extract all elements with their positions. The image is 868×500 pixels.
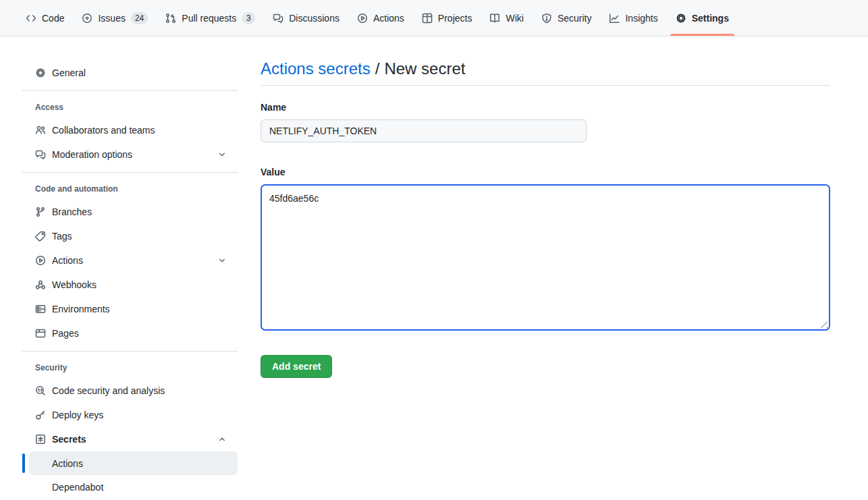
- sidebar-item-pages[interactable]: Pages: [22, 321, 238, 345]
- sidebar-item-moderation-options[interactable]: Moderation options: [22, 142, 238, 167]
- settings-sidebar: General Access Collaborators and teams M…: [22, 36, 238, 499]
- page-title: Actions secrets/New secret: [261, 59, 830, 79]
- sidebar-section-code-and-automation: Code and automation: [22, 178, 238, 200]
- sidebar-item-general[interactable]: General: [22, 61, 238, 85]
- tab-label: Pull requests: [182, 13, 236, 24]
- tab-label: Settings: [692, 13, 729, 24]
- issue-opened-icon: [82, 13, 92, 24]
- play-icon: [357, 13, 368, 24]
- tab-label: Actions: [373, 13, 404, 24]
- tab-projects[interactable]: Projects: [415, 0, 479, 36]
- chevron-up-icon: [218, 435, 226, 443]
- tab-security[interactable]: Security: [535, 0, 599, 36]
- tab-discussions[interactable]: Discussions: [266, 0, 346, 36]
- tab-label: Security: [558, 13, 592, 24]
- people-icon: [35, 125, 46, 136]
- sidebar-item-webhooks[interactable]: Webhooks: [22, 273, 238, 297]
- sidebar-item-environments[interactable]: Environments: [22, 297, 238, 321]
- tab-code[interactable]: Code: [19, 0, 71, 36]
- sidebar-section-security: Security: [22, 357, 238, 379]
- value-field-label: Value: [261, 167, 830, 177]
- actions-secrets-breadcrumb-link[interactable]: Actions secrets: [261, 59, 371, 78]
- browser-icon: [35, 328, 46, 339]
- secret-value-textarea[interactable]: 45fd6ae56c: [261, 184, 830, 331]
- tab-label: Projects: [438, 13, 472, 24]
- gear-icon: [35, 67, 46, 78]
- gear-icon: [676, 13, 686, 24]
- secret-name-input[interactable]: [261, 119, 587, 142]
- tab-label: Discussions: [289, 13, 340, 24]
- sidebar-divider: [22, 351, 238, 352]
- add-secret-button[interactable]: Add secret: [261, 355, 332, 378]
- sidebar-item-tags[interactable]: Tags: [22, 224, 238, 248]
- repo-tab-bar: Code Issues 24 Pull requests 3 Discussio…: [0, 0, 868, 36]
- tab-insights[interactable]: Insights: [602, 0, 664, 36]
- server-icon: [35, 304, 46, 314]
- pull-requests-count-badge: 3: [242, 12, 255, 24]
- breadcrumb-current: New secret: [384, 59, 465, 78]
- sidebar-subitem-secrets-dependabot[interactable]: Dependabot: [29, 475, 238, 499]
- sidebar-item-actions[interactable]: Actions: [22, 248, 238, 273]
- tab-label: Wiki: [506, 13, 523, 24]
- sidebar-item-code-security[interactable]: Code security and analysis: [22, 379, 238, 403]
- codescan-icon: [35, 385, 46, 396]
- book-icon: [489, 13, 500, 24]
- tab-label: Code: [42, 13, 64, 24]
- name-field-label: Name: [261, 102, 830, 113]
- sidebar-item-branches[interactable]: Branches: [22, 200, 238, 224]
- git-pull-request-icon: [165, 13, 176, 24]
- sidebar-item-secrets[interactable]: Secrets: [22, 427, 238, 451]
- breadcrumb-separator: /: [375, 59, 380, 78]
- tab-label: Issues: [98, 13, 125, 24]
- sidebar-subitem-secrets-actions[interactable]: Actions: [29, 451, 238, 475]
- shield-icon: [541, 13, 552, 24]
- sidebar-divider: [22, 172, 238, 173]
- play-icon: [35, 255, 46, 266]
- chevron-down-icon: [218, 256, 226, 265]
- comment-discussion-icon: [273, 13, 283, 24]
- tab-actions[interactable]: Actions: [350, 0, 411, 36]
- comment-discussion-icon: [35, 149, 46, 160]
- tag-icon: [35, 231, 46, 242]
- main-content: Actions secrets/New secret Name Value 45…: [261, 36, 830, 378]
- issues-count-badge: 24: [131, 12, 148, 24]
- git-branch-icon: [35, 206, 46, 217]
- project-icon: [422, 13, 433, 24]
- sidebar-item-deploy-keys[interactable]: Deploy keys: [22, 403, 238, 427]
- tab-label: Insights: [625, 13, 657, 24]
- tab-pull-requests[interactable]: Pull requests 3: [159, 0, 262, 36]
- sidebar-item-collaborators[interactable]: Collaborators and teams: [22, 118, 238, 142]
- code-icon: [26, 13, 36, 24]
- key-icon: [35, 410, 46, 420]
- sidebar-divider: [22, 90, 238, 91]
- key-asterisk-icon: [35, 434, 46, 445]
- tab-issues[interactable]: Issues 24: [75, 0, 155, 36]
- sidebar-section-access: Access: [22, 96, 238, 118]
- webhook-icon: [35, 279, 46, 290]
- graph-icon: [609, 13, 620, 24]
- page-header: Actions secrets/New secret: [261, 59, 830, 86]
- value-field-wrapper: 45fd6ae56c: [261, 184, 830, 331]
- tab-wiki[interactable]: Wiki: [483, 0, 530, 36]
- chevron-down-icon: [218, 150, 226, 159]
- tab-settings[interactable]: Settings: [669, 0, 736, 36]
